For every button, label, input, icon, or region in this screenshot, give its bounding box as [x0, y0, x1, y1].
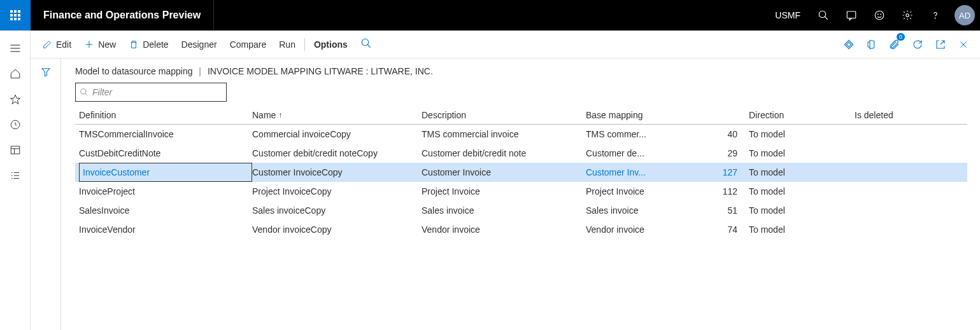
cell-definition[interactable]: InvoiceCustomer	[79, 163, 252, 182]
cell-description[interactable]: Vendor invoice	[422, 224, 586, 235]
star-icon[interactable]	[0, 86, 31, 112]
table-row[interactable]: SalesInvoiceSales invoiceCopySales invoi…	[75, 201, 967, 220]
compare-button[interactable]: Compare	[224, 34, 273, 55]
delete-label: Delete	[143, 39, 168, 50]
gear-icon[interactable]	[893, 0, 921, 31]
designer-label: Designer	[181, 39, 217, 50]
cell-base-mapping[interactable]: Customer de...	[586, 148, 713, 158]
app-title: Finance and Operations Preview	[31, 0, 214, 31]
options-label: Options	[314, 39, 348, 50]
cell-name[interactable]: Sales invoiceCopy	[252, 205, 422, 216]
cell-base-mapping[interactable]: TMS commer...	[586, 129, 713, 139]
hamburger-icon[interactable]	[0, 36, 31, 61]
cell-description[interactable]: Customer debit/credit note	[422, 148, 586, 158]
cell-name[interactable]: Vendor invoiceCopy	[252, 224, 422, 235]
cell-description[interactable]: Project Invoice	[422, 186, 586, 196]
company-code[interactable]: USMF	[766, 10, 809, 20]
toolbar-divider	[304, 38, 305, 51]
col-header-is-deleted[interactable]: Is deleted	[855, 110, 931, 120]
cell-direction[interactable]: To model	[740, 186, 855, 196]
recent-icon[interactable]	[0, 112, 31, 137]
cell-direction[interactable]: To model	[740, 129, 855, 139]
delete-button[interactable]: Delete	[122, 34, 174, 55]
cell-base-mapping[interactable]: Sales invoice	[586, 205, 713, 216]
cell-number[interactable]: 51	[713, 205, 740, 216]
breadcrumb-part2: INVOICE MODEL MAPPING LITWARE : LITWARE,…	[208, 66, 433, 76]
diamond-icon[interactable]	[837, 34, 860, 55]
cell-direction[interactable]: To model	[740, 148, 855, 158]
cell-direction[interactable]: To model	[740, 224, 855, 235]
attachments-icon[interactable]: 0	[883, 34, 906, 55]
app-launcher-button[interactable]	[0, 0, 31, 31]
col-header-base-mapping[interactable]: Base mapping	[586, 110, 713, 120]
table-row[interactable]: InvoiceCustomerCustomer InvoiceCopyCusto…	[75, 163, 967, 182]
workspace-icon[interactable]	[0, 137, 31, 163]
avatar[interactable]: AD	[955, 5, 975, 25]
cell-description[interactable]: Customer Invoice	[422, 167, 586, 177]
col-header-direction[interactable]: Direction	[740, 110, 855, 120]
cell-description[interactable]: Sales invoice	[422, 205, 586, 216]
close-icon[interactable]	[952, 34, 975, 55]
cell-base-mapping[interactable]: Project Invoice	[586, 186, 713, 196]
breadcrumb-separator: |	[195, 66, 205, 76]
chat-icon[interactable]	[837, 0, 865, 31]
cell-definition[interactable]: InvoiceProject	[79, 186, 252, 196]
svg-point-7	[935, 18, 935, 18]
cell-base-mapping[interactable]: Customer Inv...	[586, 167, 713, 177]
col-header-name[interactable]: Name↑	[252, 110, 422, 120]
cell-name[interactable]: Commercial invoiceCopy	[252, 129, 422, 139]
svg-point-30	[81, 89, 86, 94]
options-button[interactable]: Options	[308, 34, 354, 55]
cell-number[interactable]: 112	[713, 186, 740, 196]
cell-number[interactable]: 29	[713, 148, 740, 158]
refresh-icon[interactable]	[906, 34, 929, 55]
cell-number[interactable]: 40	[713, 129, 740, 139]
cell-definition[interactable]: TMSCommercialInvoice	[79, 129, 252, 139]
svg-point-0	[819, 11, 826, 18]
cell-name[interactable]: Project InvoiceCopy	[252, 186, 422, 196]
cell-definition[interactable]: SalesInvoice	[79, 205, 252, 216]
office-icon[interactable]	[860, 34, 883, 55]
toolbar-search-icon[interactable]	[354, 38, 378, 52]
quick-filter[interactable]	[75, 83, 227, 102]
svg-line-25	[367, 45, 371, 48]
table-row[interactable]: InvoiceVendorVendor invoiceCopyVendor in…	[75, 220, 967, 239]
cell-direction[interactable]: To model	[740, 205, 855, 216]
quick-filter-input[interactable]	[89, 87, 222, 97]
grid-header: Definition Name↑ Description Base mappin…	[75, 106, 967, 125]
attachments-badge: 0	[897, 33, 905, 41]
cell-base-mapping[interactable]: Vendor invoice	[586, 224, 713, 235]
col-header-definition[interactable]: Definition	[75, 110, 252, 120]
table-row[interactable]: CustDebitCreditNoteCustomer debit/credit…	[75, 144, 967, 163]
modules-icon[interactable]	[0, 163, 31, 188]
col-header-description[interactable]: Description	[422, 110, 586, 120]
table-row[interactable]: InvoiceProjectProject InvoiceCopyProject…	[75, 182, 967, 201]
cell-number[interactable]: 74	[713, 224, 740, 235]
filter-pane-toggle[interactable]	[31, 58, 61, 330]
svg-marker-26	[844, 40, 853, 49]
sort-ascending-icon: ↑	[278, 111, 282, 120]
cell-name[interactable]: Customer InvoiceCopy	[252, 167, 422, 177]
compare-label: Compare	[230, 39, 267, 50]
svg-point-3	[875, 11, 884, 20]
smiley-icon[interactable]	[865, 0, 893, 31]
run-button[interactable]: Run	[273, 34, 302, 55]
edit-button[interactable]: Edit	[36, 34, 78, 55]
cell-number[interactable]: 127	[713, 167, 740, 177]
help-icon[interactable]	[921, 0, 949, 31]
svg-marker-27	[846, 42, 851, 47]
search-icon[interactable]	[809, 0, 837, 31]
home-icon[interactable]	[0, 61, 31, 86]
cell-definition[interactable]: InvoiceVendor	[79, 224, 252, 235]
new-button[interactable]: New	[78, 34, 122, 55]
designer-button[interactable]: Designer	[175, 34, 224, 55]
svg-point-24	[362, 39, 369, 46]
popout-icon[interactable]	[929, 34, 952, 55]
svg-line-31	[85, 93, 88, 96]
table-row[interactable]: TMSCommercialInvoiceCommercial invoiceCo…	[75, 125, 967, 144]
svg-point-6	[906, 14, 909, 17]
cell-description[interactable]: TMS commercial invoice	[422, 129, 586, 139]
cell-definition[interactable]: CustDebitCreditNote	[79, 148, 252, 158]
cell-direction[interactable]: To model	[740, 167, 855, 177]
cell-name[interactable]: Customer debit/credit noteCopy	[252, 148, 422, 158]
